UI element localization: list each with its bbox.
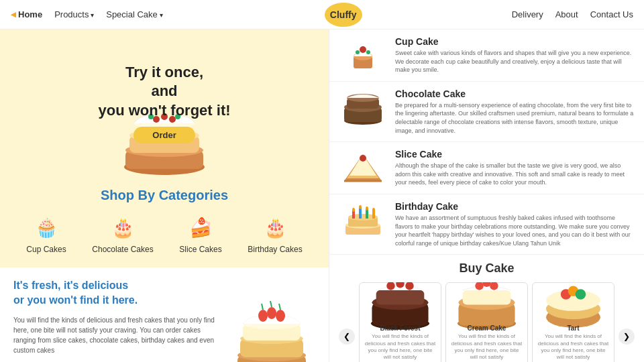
category-cup-cakes[interactable]: 🧁 Cup Cakes bbox=[26, 214, 66, 254]
svg-line-23 bbox=[270, 301, 272, 307]
nav-delivery[interactable]: Delivery bbox=[512, 9, 543, 19]
chocolate-cakes-label: Chocolate Cakes bbox=[92, 245, 153, 254]
svg-point-50 bbox=[366, 206, 368, 210]
svg-point-27 bbox=[360, 46, 366, 53]
nav-special-cake[interactable]: Special Cake bbox=[106, 9, 162, 19]
category-birthday-cakes[interactable]: 🎂 Birthday Cakes bbox=[248, 214, 302, 254]
choc-cake-title: Chocolate Cake bbox=[395, 88, 635, 99]
choc-cake-image bbox=[339, 88, 387, 126]
hero-title: Try it once, and you won't forget it! bbox=[98, 63, 230, 121]
bday-cake-image bbox=[339, 201, 387, 239]
cup-cake-desc: Sweet cake with various kinds of flavors… bbox=[395, 49, 635, 74]
nav-about[interactable]: About bbox=[555, 9, 578, 19]
chocolate-cake-icon: 🎂 bbox=[105, 214, 140, 241]
cup-cakes-label: Cup Cakes bbox=[26, 245, 66, 254]
svg-point-21 bbox=[276, 310, 285, 322]
slice-cake-icon: 🍰 bbox=[183, 214, 218, 241]
slice-cake-image bbox=[339, 149, 387, 186]
svg-rect-62 bbox=[463, 290, 511, 305]
svg-rect-45 bbox=[359, 208, 362, 219]
nav-home[interactable]: Home bbox=[11, 9, 42, 19]
tart-image bbox=[537, 287, 610, 322]
categories-title: Shop By Categories bbox=[13, 188, 315, 203]
black-forest-image bbox=[364, 287, 437, 322]
choc-cake-entry: Chocolate Cake Be prepared for a multi-s… bbox=[329, 82, 644, 142]
svg-point-51 bbox=[372, 208, 375, 212]
bday-cake-entry: Birthday Cake We have an assortment of s… bbox=[329, 194, 644, 255]
svg-point-49 bbox=[359, 205, 362, 209]
slice-cake-desc: Although the shape of the cake is smalle… bbox=[395, 162, 635, 187]
cup-cake-entry: Cup Cake Sweet cake with various kinds o… bbox=[329, 29, 644, 82]
hero-section: Try it once, and you won't forget it! Or… bbox=[0, 29, 329, 177]
cake-card-cream-cake: Cream Cake You will find the kinds of de… bbox=[445, 282, 528, 362]
fresh-cake-image bbox=[228, 278, 315, 362]
slice-cake-title: Slice Cake bbox=[395, 149, 635, 160]
order-button[interactable]: Order bbox=[133, 127, 195, 143]
bday-cake-desc: We have an assortment of sumptuous fresh… bbox=[395, 214, 635, 247]
slice-cake-entry: Slice Cake Although the shape of the cak… bbox=[329, 142, 644, 194]
svg-rect-55 bbox=[376, 290, 425, 305]
slice-cakes-label: Slice Cakes bbox=[179, 245, 221, 254]
svg-point-28 bbox=[356, 50, 360, 54]
right-panel: Cup Cake Sweet cake with various kinds o… bbox=[329, 29, 644, 362]
nav-products[interactable]: Products bbox=[54, 9, 94, 19]
carousel-prev-button[interactable]: ❮ bbox=[339, 328, 355, 345]
category-slice-cakes[interactable]: 🍰 Slice Cakes bbox=[179, 214, 221, 254]
carousel-items: Black Forest You will find the kinds of … bbox=[359, 282, 614, 362]
cake-card-tart: Tart You will find the kinds of deliciou… bbox=[532, 282, 614, 362]
bday-cake-info: Birthday Cake We have an assortment of s… bbox=[395, 201, 635, 247]
cream-cake-desc: You will find the kinds of delicious and… bbox=[450, 333, 523, 361]
categories-section: Shop By Categories 🧁 Cup Cakes 🎂 Chocola… bbox=[0, 177, 329, 267]
buy-cake-section: Buy Cake ❮ bbox=[329, 255, 644, 362]
birthday-cake-icon: 🎂 bbox=[258, 214, 292, 241]
choc-cake-info: Chocolate Cake Be prepared for a multi-s… bbox=[395, 88, 635, 135]
nav-logo: Cluffy bbox=[325, 3, 362, 27]
category-chocolate-cakes[interactable]: 🎂 Chocolate Cakes bbox=[92, 214, 153, 254]
nav-contact[interactable]: Contact Us bbox=[590, 9, 633, 19]
svg-point-39 bbox=[360, 155, 366, 162]
black-forest-desc: You will find the kinds of delicious and… bbox=[364, 333, 437, 361]
choc-cake-desc: Be prepared for a multi-sensory experien… bbox=[395, 101, 635, 135]
svg-point-71 bbox=[576, 289, 586, 300]
cup-cake-info: Cup Cake Sweet cake with various kinds o… bbox=[395, 36, 635, 74]
svg-point-29 bbox=[366, 50, 370, 54]
tart-desc: You will find the kinds of delicious and… bbox=[537, 333, 610, 361]
left-panel: Try it once, and you won't forget it! Or… bbox=[0, 29, 329, 362]
bday-cake-title: Birthday Cake bbox=[395, 201, 635, 212]
main-area: Try it once, and you won't forget it! Or… bbox=[0, 29, 644, 362]
slice-cake-info: Slice Cake Although the shape of the cak… bbox=[395, 149, 635, 187]
carousel-next-button[interactable]: ❯ bbox=[619, 328, 635, 345]
navbar: Home Products Special Cake Cluffy Delive… bbox=[0, 0, 644, 29]
buy-cake-carousel: ❮ bbox=[339, 282, 635, 362]
cup-cake-icon: 🧁 bbox=[29, 214, 64, 241]
cream-cake-image bbox=[450, 287, 523, 322]
svg-point-19 bbox=[258, 310, 268, 322]
birthday-cakes-label: Birthday Cakes bbox=[248, 245, 302, 254]
fresh-section: It's fresh, it's delicious or you won't … bbox=[0, 267, 329, 362]
svg-line-22 bbox=[262, 304, 263, 310]
buy-cake-title: Buy Cake bbox=[339, 261, 635, 276]
cake-card-black-forest: Black Forest You will find the kinds of … bbox=[359, 282, 441, 362]
svg-point-20 bbox=[267, 307, 276, 319]
svg-line-24 bbox=[279, 304, 280, 310]
fresh-text: It's fresh, it's delicious or you won't … bbox=[13, 278, 217, 362]
fresh-description: You will find the kinds of delicious and… bbox=[13, 315, 217, 355]
fresh-title: It's fresh, it's delicious or you won't … bbox=[13, 278, 217, 308]
svg-rect-46 bbox=[366, 209, 368, 219]
hero-text: Try it once, and you won't forget it! Or… bbox=[98, 63, 230, 144]
categories-grid: 🧁 Cup Cakes 🎂 Chocolate Cakes 🍰 Slice Ca… bbox=[13, 214, 315, 254]
cup-cake-image bbox=[339, 36, 387, 74]
svg-point-48 bbox=[352, 208, 355, 212]
cup-cake-title: Cup Cake bbox=[395, 36, 635, 47]
